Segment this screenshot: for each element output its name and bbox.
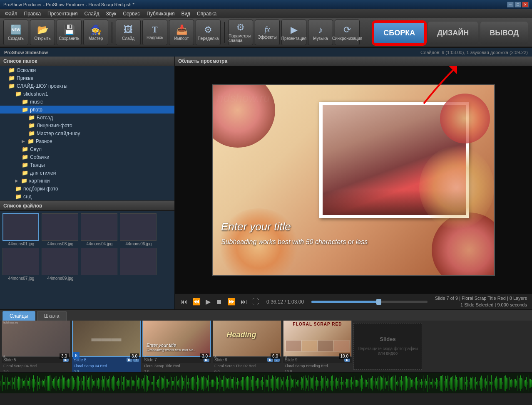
prev-frame-button[interactable]: ⏪ (191, 297, 201, 306)
maximize-button[interactable]: □ (515, 2, 521, 7)
slide-params-button[interactable]: ⚙ Параметры слайда (228, 20, 253, 45)
tree-item-master-slideshow[interactable]: 📁 Мастер слайд-шоу (0, 129, 174, 137)
tree-item-music[interactable]: 📁 music (0, 98, 174, 106)
file-thumb-44mons09[interactable]: 44mons09.jpg (42, 248, 79, 281)
file-thumb-44mons06[interactable]: 44mons06.jpg (120, 213, 157, 246)
folder-icon: 📁 (22, 154, 28, 160)
save-button[interactable]: 💾 Сохранить (57, 20, 82, 45)
tree-item-raznoe[interactable]: ▶ 📁 Разное (0, 137, 174, 145)
menu-help[interactable]: Справка (194, 10, 220, 17)
tree-label: Танцы (30, 162, 45, 168)
preview9-grid (285, 340, 350, 352)
slide-num-8: 8 (214, 355, 216, 359)
tree-item-pictures[interactable]: ▶ 📁 картинки (0, 177, 174, 185)
effects-button[interactable]: fx Эффекты (255, 20, 280, 45)
tree-item-seoul[interactable]: 📁 Сеул (0, 145, 174, 153)
sync-button[interactable]: ⟳ Синхронизация (335, 20, 360, 45)
tree-item-collections[interactable]: 📁 подборки фото (0, 185, 174, 193)
menu-view[interactable]: Вид (178, 10, 194, 17)
thumb-filename: 44mons01.jpg (2, 242, 40, 246)
tree-item-snd[interactable]: 📁 снд (0, 193, 174, 200)
presentation-label: Презентация (281, 36, 306, 41)
preview-image: hdshow.ru hdshow.ru Enter your title Sub… (212, 84, 495, 276)
tree-item-license[interactable]: 📁 Лицензия-фото (0, 121, 174, 129)
tree-item-dances[interactable]: 📁 Танцы (0, 161, 174, 169)
folder-icon: 📁 (28, 114, 35, 121)
tab-scale[interactable]: Шкала (37, 311, 67, 321)
slide-button[interactable]: 🖼 Слайд (116, 20, 141, 45)
files-grid: 44mons01.jpg 44mons03.jpg 44mons04.jpg 4… (0, 211, 174, 309)
open-icon: 📂 (37, 25, 48, 35)
tree-item-slideshow1[interactable]: 📁 slideshow1 (0, 90, 174, 98)
effects-label: Эффекты (258, 35, 276, 40)
file-thumb-extra2[interactable] (120, 248, 157, 281)
create-button[interactable]: 🆕 Создать (3, 20, 28, 45)
fullscreen-button[interactable]: ⛶ (251, 297, 260, 306)
import-button[interactable]: 📥 Импорт (169, 20, 194, 45)
folder-tree[interactable]: 📁 Осколки 📁 Прикве 📁 СЛАЙД-ШОУ проекты 📁… (0, 66, 174, 200)
open-label: Открыть (34, 36, 50, 41)
tree-item-oskolki[interactable]: 📁 Осколки (0, 66, 174, 74)
next-frame-button[interactable]: ⏩ (226, 297, 236, 306)
music-button[interactable]: ♪ Музыка (308, 20, 333, 45)
slide-preview-9: FLORAL SCRAP RED (283, 321, 352, 357)
skip-end-button[interactable]: ⏭ (240, 297, 248, 306)
file-thumb-44mons07[interactable]: 44mons07.jpg (2, 248, 40, 281)
preview-header: Область просмотра (175, 57, 532, 66)
slide-thumb-8[interactable]: Heading 6.0 8 Slide 8 ▶ ♪ Floral Scrap T… (213, 321, 281, 373)
tree-label: Прикве (17, 75, 33, 81)
menu-publish[interactable]: Публикация (143, 10, 178, 17)
tree-label: Лицензия-фото (37, 123, 72, 128)
save-icon: 💾 (64, 25, 75, 35)
progress-handle[interactable] (376, 299, 381, 305)
dizain-button[interactable]: ДИЗАЙН (428, 22, 478, 44)
remake-button[interactable]: ⚙ Переделка (196, 20, 221, 45)
master-button[interactable]: 🧙 Мастер (83, 20, 108, 45)
files-panel-header: Список файлов (0, 201, 174, 211)
menu-file[interactable]: Файл (2, 10, 21, 17)
waveform (0, 373, 532, 393)
tree-item-photo[interactable]: 📁 photo (0, 106, 174, 114)
import-label: Импорт (174, 36, 189, 41)
tree-item-slideshow-projects[interactable]: 📁 СЛАЙД-ШОУ проекты (0, 82, 174, 90)
create-icon: 🆕 (10, 25, 22, 35)
bottom-panel: Слайды Шкала hdshow.ru 3.0 5 Slide 5 ▶ F… (0, 309, 532, 405)
play-button[interactable]: ▶ (205, 297, 211, 306)
tree-label: music (30, 99, 43, 105)
menu-edit[interactable]: Правка (21, 10, 45, 17)
tree-item-styles[interactable]: 📁 для стилей (0, 169, 174, 177)
minimize-button[interactable]: ─ (507, 2, 514, 7)
slide-info-line1: Slide 7 of 9 | Floral Scrap Title Red | … (435, 295, 527, 301)
tree-item-dogs[interactable]: 📁 Собачки (0, 153, 174, 161)
tab-slides[interactable]: Слайды (2, 311, 35, 321)
menu-service[interactable]: Сервис (119, 10, 143, 17)
menu-sound[interactable]: Звук (103, 10, 120, 17)
slide-thumb-5[interactable]: hdshow.ru 3.0 5 Slide 5 ▶ Floral Scrap 0… (2, 321, 70, 373)
file-thumb-extra1[interactable] (81, 248, 118, 281)
folder-icon: 📁 (15, 193, 22, 200)
waveform-canvas (0, 373, 532, 393)
total-time: 1:03.00 (287, 299, 304, 305)
caption-label: Надпись (147, 35, 163, 40)
menu-slide[interactable]: Слайд (81, 10, 103, 17)
open-button[interactable]: 📂 Открыть (30, 20, 55, 45)
file-thumb-44mons03[interactable]: 44mons03.jpg (42, 213, 79, 246)
menu-presentation[interactable]: Презентация (44, 10, 81, 17)
vyvod-button[interactable]: ВЫВОД (480, 22, 528, 44)
file-thumb-44mons01[interactable]: 44mons01.jpg (2, 213, 40, 246)
file-thumb-44mons04[interactable]: 44mons04.jpg (81, 213, 118, 246)
slide-thumb-7[interactable]: Enter your title Subheading works best w… (142, 321, 211, 373)
tree-item-botsad[interactable]: 📁 Ботсад (0, 114, 174, 121)
stop-button[interactable]: ⏹ (215, 297, 223, 306)
presentation-button[interactable]: ▶ Презентация (281, 20, 306, 45)
progress-bar[interactable] (311, 301, 428, 303)
slide-thumb-6[interactable]: ▬▬▬ 3.0 6 Slide 6 ▶ ♪ Floral Scrap 04 Re… (72, 321, 141, 373)
slide-thumb-9[interactable]: FLORAL SCRAP RED 10.0 9 Slide 9 ▶ Floral… (283, 321, 352, 373)
sborka-button[interactable]: СБОРКА (373, 22, 425, 44)
folder-icon: 📁 (8, 75, 15, 81)
tree-item-prikvei[interactable]: 📁 Прикве (0, 74, 174, 82)
close-button[interactable]: ✕ (522, 2, 529, 7)
skip-start-button[interactable]: ⏮ (180, 297, 188, 306)
caption-button[interactable]: T Надпись (142, 20, 167, 45)
floral-top-left (212, 84, 275, 148)
